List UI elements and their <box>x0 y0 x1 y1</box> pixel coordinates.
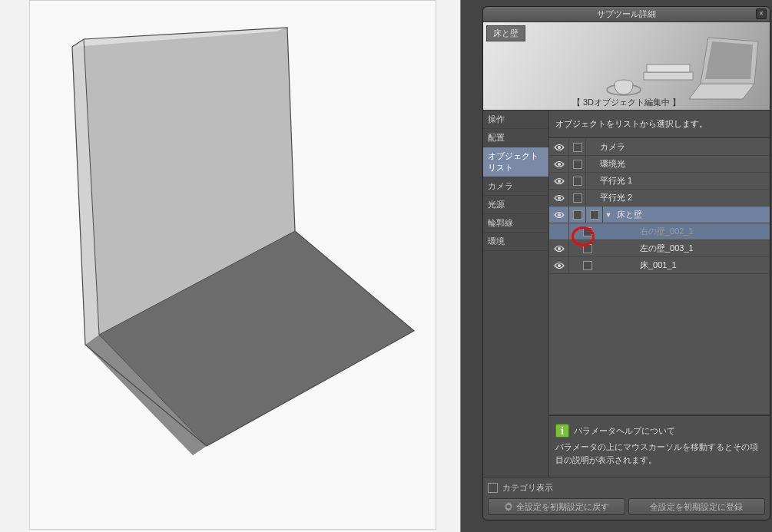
lock-toggle[interactable] <box>569 156 586 172</box>
lock-toggle[interactable] <box>569 173 586 189</box>
svg-marker-14 <box>705 41 753 79</box>
side-category-list: 操作 配置 オブジェクトリスト カメラ 光源 輪郭線 環境 <box>483 111 549 477</box>
object-name: 平行光 1 <box>597 175 770 187</box>
help-title: パラメータヘルプについて <box>574 425 675 438</box>
lock-toggle[interactable] <box>569 240 601 256</box>
eye-icon <box>554 144 565 151</box>
panel-title: サブツール詳細 <box>597 8 656 20</box>
side-cat-placement[interactable]: 配置 <box>483 129 548 147</box>
list-row-envlight[interactable]: 環境光 <box>549 156 770 173</box>
register-defaults-button[interactable]: 全設定を初期設定に登録 <box>628 498 766 515</box>
eye-icon <box>554 211 565 219</box>
visibility-toggle[interactable] <box>549 173 569 189</box>
object-name: 平行光 2 <box>597 192 770 203</box>
list-row-rightwall[interactable]: 右の壁_002_1 <box>549 223 770 240</box>
side-cat-camera[interactable]: カメラ <box>483 177 548 196</box>
panel-titlebar[interactable]: サブツール詳細 × <box>483 7 770 22</box>
side-cat-operation[interactable]: 操作 <box>483 111 548 129</box>
visibility-toggle[interactable] <box>549 190 569 206</box>
viewport-area <box>0 0 461 532</box>
svg-point-21 <box>558 264 561 267</box>
viewport-canvas[interactable] <box>29 0 436 530</box>
gear-icon <box>504 502 513 511</box>
instruction-text: オブジェクトをリストから選択します。 <box>549 111 770 138</box>
svg-point-18 <box>558 197 561 200</box>
svg-point-17 <box>558 180 561 183</box>
preview-area: 床と壁 【 3Dオブジェクト編集中 】 <box>483 22 770 111</box>
side-cat-light[interactable]: 光源 <box>483 196 548 214</box>
preview-illustration <box>601 30 762 103</box>
visibility-toggle[interactable] <box>549 156 569 172</box>
lock-toggle[interactable] <box>569 223 601 240</box>
lock-toggle[interactable] <box>569 207 586 223</box>
reset-defaults-button[interactable]: 全設定を初期設定に戻す <box>488 498 625 515</box>
checkbox-icon <box>488 483 498 493</box>
visibility-toggle[interactable] <box>549 257 569 273</box>
svg-rect-11 <box>647 64 690 72</box>
object-name: 床と壁 <box>614 209 770 220</box>
visibility-toggle[interactable] <box>549 207 569 223</box>
info-icon: i <box>555 424 569 438</box>
eye-icon <box>554 160 565 168</box>
help-body: パラメータの上にマウスカーソルを移動するとその項目の説明が表示されます。 <box>555 441 764 466</box>
subtool-detail-panel: サブツール詳細 × 床と壁 【 3Dオブジェクト編集中 】 操作 配置 オブジェ… <box>482 6 770 520</box>
object-name: 環境光 <box>597 158 770 170</box>
side-cat-outline[interactable]: 輪郭線 <box>483 214 548 233</box>
list-row-floorwall[interactable]: ▼ 床と壁 <box>549 207 770 223</box>
lock-toggle-2[interactable] <box>586 207 603 223</box>
svg-point-15 <box>558 146 561 149</box>
object-name: 左の壁_003_1 <box>637 243 770 254</box>
object-name: カメラ <box>597 141 770 153</box>
list-row-leftwall[interactable]: 左の壁_003_1 <box>549 240 770 257</box>
svg-rect-10 <box>644 72 693 80</box>
category-show-label: カテゴリ表示 <box>502 482 553 494</box>
visibility-toggle[interactable] <box>549 223 569 240</box>
side-cat-environment[interactable]: 環境 <box>483 233 548 251</box>
panel-close-button[interactable]: × <box>756 8 767 19</box>
svg-point-20 <box>558 247 561 250</box>
eye-icon <box>554 194 565 202</box>
category-show-toggle[interactable]: カテゴリ表示 <box>488 482 765 494</box>
list-row-camera[interactable]: カメラ <box>549 139 770 156</box>
visibility-toggle[interactable] <box>549 139 569 155</box>
help-box: i パラメータヘルプについて パラメータの上にマウスカーソルを移動するとその項目… <box>549 415 770 477</box>
visibility-toggle[interactable] <box>549 240 569 256</box>
object-name: 床_001_1 <box>637 259 770 271</box>
eye-icon <box>554 245 565 253</box>
side-cat-objectlist[interactable]: オブジェクトリスト <box>483 147 548 177</box>
panel-footer: カテゴリ表示 全設定を初期設定に戻す 全設定を初期設定に登録 <box>483 477 770 520</box>
list-row-parallel2[interactable]: 平行光 2 <box>549 190 770 207</box>
register-defaults-label: 全設定を初期設定に登録 <box>650 501 743 513</box>
eye-icon <box>554 262 565 269</box>
reset-defaults-label: 全設定を初期設定に戻す <box>516 501 609 513</box>
list-row-floor[interactable]: 床_001_1 <box>549 257 770 274</box>
svg-point-19 <box>558 213 561 216</box>
disclosure-toggle[interactable]: ▼ <box>603 211 614 219</box>
preview-status: 【 3Dオブジェクト編集中 】 <box>483 97 770 108</box>
lock-toggle[interactable] <box>569 139 586 155</box>
list-row-parallel1[interactable]: 平行光 1 <box>549 173 770 190</box>
object-list: カメラ 環境光 平行光 <box>549 138 770 415</box>
svg-point-16 <box>558 163 561 166</box>
eye-icon <box>554 177 565 185</box>
lock-toggle[interactable] <box>569 257 601 273</box>
scene-3d <box>30 1 437 530</box>
preview-tag: 床と壁 <box>486 25 525 41</box>
object-name: 右の壁_002_1 <box>637 226 770 237</box>
lock-toggle[interactable] <box>569 190 586 206</box>
